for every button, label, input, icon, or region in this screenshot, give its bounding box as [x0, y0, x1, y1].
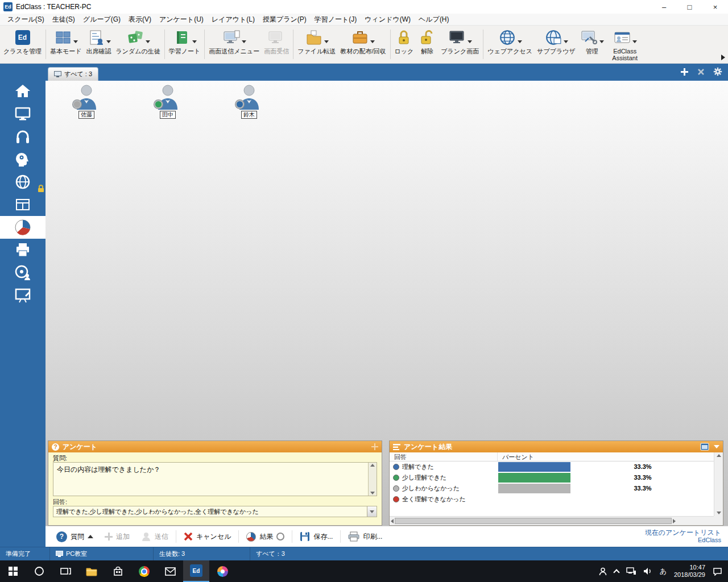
- chrome-button[interactable]: [131, 560, 157, 582]
- dropdown-arrow-icon[interactable]: [370, 40, 375, 43]
- student-thumbnail[interactable]: 田中: [151, 84, 185, 119]
- dropdown-arrow-icon[interactable]: [146, 40, 150, 43]
- add-group-icon[interactable]: [680, 68, 689, 76]
- sidebar-whiteboard-view[interactable]: [0, 284, 46, 307]
- toolbar-overflow-icon[interactable]: [721, 55, 725, 60]
- ime-indicator[interactable]: あ: [660, 567, 667, 576]
- menu-lesson-plan[interactable]: 授業プラン(P): [259, 14, 311, 26]
- sidebar-survey-view[interactable]: [0, 216, 46, 239]
- file-explorer-button[interactable]: [78, 560, 105, 582]
- dropdown-arrow-icon[interactable]: [518, 40, 522, 43]
- menu-help[interactable]: ヘルプ(H): [415, 14, 453, 26]
- scrollbar-thumb[interactable]: [395, 518, 672, 524]
- dropdown-arrow-icon[interactable]: [73, 40, 78, 43]
- tray-expand-icon[interactable]: [613, 569, 619, 575]
- toolbar-lock[interactable]: ロック: [392, 27, 416, 62]
- cancel-button[interactable]: キャンセル: [180, 530, 235, 544]
- menu-school[interactable]: スクール(S): [3, 14, 48, 26]
- toolbar-handout-collect[interactable]: 教材の配布/回収: [338, 27, 388, 62]
- room-icon: [56, 551, 63, 557]
- collapse-chevron-icon[interactable]: [714, 445, 719, 448]
- settings-gear-icon[interactable]: [713, 67, 722, 76]
- results-horizontal-scrollbar[interactable]: [390, 516, 714, 525]
- minimize-button[interactable]: –: [651, 0, 677, 14]
- menu-student[interactable]: 生徒(S): [48, 14, 79, 26]
- student-thumbnail[interactable]: 佐藤: [69, 84, 104, 119]
- volume-icon[interactable]: [643, 567, 652, 575]
- sidebar-monitor-view[interactable]: [0, 102, 46, 125]
- menu-layout[interactable]: レイアウト(L): [208, 14, 259, 26]
- scroll-up-icon[interactable]: [717, 454, 721, 457]
- current-survey-list-link[interactable]: 現在のアンケートリスト: [645, 529, 721, 537]
- select-dropdown-button[interactable]: [367, 506, 377, 517]
- toolbar-blank-screen[interactable]: ブランク画面: [439, 27, 481, 62]
- dropdown-arrow-icon[interactable]: [468, 40, 472, 43]
- sidebar-print-view[interactable]: [0, 239, 46, 261]
- question-textarea[interactable]: 今日の内容は理解できましたか？: [53, 462, 377, 496]
- store-button[interactable]: [105, 560, 131, 582]
- toolbar-web-access[interactable]: ウェブアクセス: [485, 27, 535, 62]
- dropdown-arrow-icon[interactable]: [242, 40, 246, 43]
- results-button[interactable]: 結果: [242, 530, 288, 544]
- scroll-left-icon[interactable]: [391, 519, 394, 523]
- print-button[interactable]: 印刷...: [344, 529, 386, 544]
- result-row[interactable]: 少し理解できた 33.3%: [390, 472, 723, 483]
- close-button[interactable]: ×: [702, 0, 728, 14]
- answer-options-select[interactable]: 理解できた,少し理解できた,少しわからなかった,全く理解できなかった: [53, 506, 377, 517]
- scroll-right-icon[interactable]: [673, 519, 676, 523]
- people-tray-icon[interactable]: [599, 567, 607, 576]
- result-row[interactable]: 全く理解できなかった: [390, 494, 723, 505]
- dropdown-arrow-icon[interactable]: [564, 40, 568, 43]
- cortana-button[interactable]: [26, 560, 52, 582]
- toolbar-admin[interactable]: 管理: [578, 27, 606, 62]
- maximize-button[interactable]: □: [677, 0, 702, 14]
- toolbar-basic-mode[interactable]: 基本モード: [48, 27, 84, 62]
- menu-group[interactable]: グループ(G): [79, 14, 125, 26]
- task-view-button[interactable]: [52, 560, 78, 582]
- save-button[interactable]: 保存...: [296, 529, 337, 544]
- close-group-icon[interactable]: [697, 68, 705, 76]
- mail-button[interactable]: [157, 560, 183, 582]
- dropdown-arrow-icon[interactable]: [324, 40, 329, 43]
- dropdown-arrow-icon[interactable]: [632, 40, 637, 43]
- taskbar-clock[interactable]: 10:47 2018/03/29: [674, 564, 705, 579]
- toolbar-attendance[interactable]: 出席確認: [84, 27, 114, 62]
- toolbar-file-transfer[interactable]: ファイル転送: [295, 27, 338, 62]
- tab-all-students[interactable]: すべて : 3: [48, 67, 98, 81]
- network-icon[interactable]: [626, 567, 636, 575]
- dropdown-arrow-icon[interactable]: [106, 40, 111, 43]
- menu-survey[interactable]: アンケート(U): [155, 14, 208, 26]
- toolbar-journal[interactable]: 学習ノート: [167, 27, 203, 62]
- menu-view[interactable]: 表示(V): [125, 14, 155, 26]
- edclass-taskbar-button[interactable]: Ed: [183, 560, 209, 582]
- menu-window[interactable]: ウィンドウ(W): [361, 14, 415, 26]
- toolbar-assistant[interactable]: EdClass Assistant: [606, 27, 644, 62]
- toolbar-unlock[interactable]: 解除: [416, 27, 439, 62]
- action-center-icon[interactable]: [713, 567, 722, 576]
- result-row[interactable]: 少しわからなかった 33.3%: [390, 483, 723, 494]
- sidebar-home-view[interactable]: [0, 80, 46, 102]
- toolbar-random-student[interactable]: ランダムの生徒: [114, 27, 163, 62]
- sidebar-layout-view[interactable]: [0, 193, 46, 216]
- question-label: 質問:: [53, 454, 377, 462]
- pinned-app-button[interactable]: [209, 560, 235, 582]
- sidebar-audio-view[interactable]: [0, 125, 46, 148]
- toolbar-manage-class[interactable]: Ed クラスを管理: [1, 27, 44, 62]
- menu-journal[interactable]: 学習ノート(J): [311, 14, 361, 26]
- student-thumbnail[interactable]: 鈴木: [232, 84, 266, 119]
- question-button[interactable]: ? 質問: [52, 529, 97, 544]
- toolbar-show-screen-menu[interactable]: 画面送信メニュー: [206, 27, 262, 62]
- sidebar-device-view[interactable]: [0, 261, 46, 284]
- scroll-down-icon[interactable]: [717, 512, 721, 514]
- question-scrollbar[interactable]: [368, 463, 377, 496]
- scroll-up-icon[interactable]: [370, 464, 375, 467]
- result-row[interactable]: 理解できた 33.3%: [390, 462, 723, 472]
- dropdown-arrow-icon[interactable]: [192, 40, 197, 43]
- results-window-icon[interactable]: [700, 443, 709, 451]
- toolbar-co-browser[interactable]: サブブラウザ: [535, 27, 578, 62]
- results-vertical-scrollbar[interactable]: [714, 452, 723, 516]
- scroll-down-icon[interactable]: [370, 492, 375, 494]
- sidebar-qa-view[interactable]: [0, 148, 46, 171]
- dropdown-arrow-icon[interactable]: [599, 40, 604, 43]
- start-button[interactable]: [0, 560, 26, 582]
